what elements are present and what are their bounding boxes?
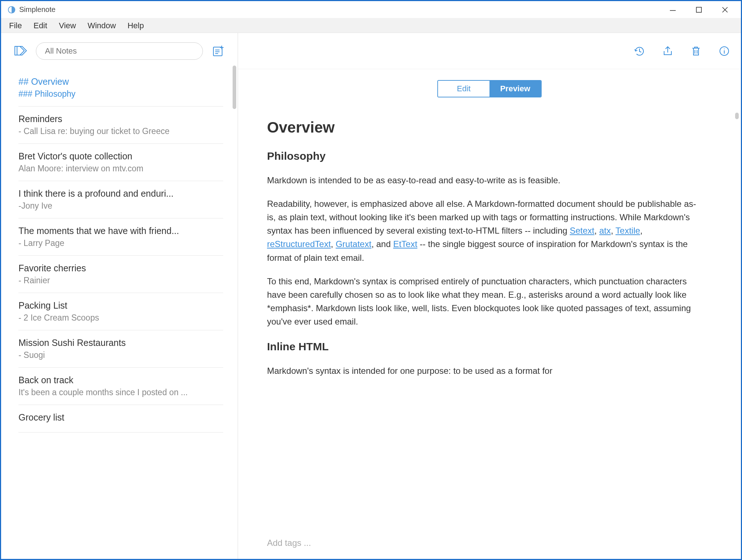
- note-list-item[interactable]: The moments that we have with friend...-…: [18, 218, 223, 256]
- content-h2: Overview: [267, 116, 697, 139]
- note-list-item[interactable]: Grocery list: [18, 405, 223, 432]
- note-title: Grocery list: [18, 412, 223, 423]
- history-button[interactable]: [632, 44, 647, 58]
- link-atx[interactable]: atx: [599, 226, 611, 235]
- content-paragraph: To this end, Markdown's syntax is compri…: [267, 275, 697, 329]
- editor-toolbar: [238, 33, 741, 69]
- menu-file[interactable]: File: [4, 19, 27, 33]
- menu-edit[interactable]: Edit: [28, 19, 52, 33]
- note-title: Back on track: [18, 375, 223, 385]
- note-list-item[interactable]: Mission Sushi Restaurants- Suogi: [18, 330, 223, 368]
- note-list-item[interactable]: I think there is a profound and enduri..…: [18, 181, 223, 218]
- link-textile[interactable]: Textile: [616, 226, 640, 235]
- app-title: Simplenote: [19, 5, 55, 14]
- search-input[interactable]: [36, 42, 203, 60]
- sidebar-scrollbar-thumb[interactable]: [233, 66, 236, 109]
- content-h3-inline-html: Inline HTML: [267, 338, 697, 355]
- menu-view[interactable]: View: [54, 19, 81, 33]
- note-title: Reminders: [18, 114, 223, 124]
- note-title: ## Overview: [18, 76, 223, 87]
- note-preview: -Jony Ive: [18, 201, 223, 211]
- note-title: Bret Victor's quote collection: [18, 151, 223, 162]
- note-preview: - 2 Ice Cream Scoops: [18, 313, 223, 323]
- mode-preview-button[interactable]: Preview: [489, 81, 541, 97]
- new-note-button[interactable]: [210, 43, 226, 59]
- editor-pane: Edit Preview Overview Philosophy Markdow…: [238, 33, 741, 559]
- tags-button[interactable]: [13, 43, 29, 59]
- note-title: Mission Sushi Restaurants: [18, 338, 223, 348]
- note-title: Favorite cherries: [18, 263, 223, 273]
- note-list-item[interactable]: Bret Victor's quote collectionAlan Moore…: [18, 144, 223, 181]
- svg-point-16: [724, 49, 725, 49]
- note-title: I think there is a profound and enduri..…: [18, 188, 223, 199]
- note-preview: ### Philosophy: [18, 89, 223, 99]
- share-button[interactable]: [660, 44, 675, 58]
- note-preview: - Call Lisa re: buying our ticket to Gre…: [18, 126, 223, 136]
- sidebar: ## Overview### PhilosophyReminders- Call…: [1, 33, 238, 559]
- content-paragraph: Readability, however, is emphasized abov…: [267, 197, 697, 264]
- main-area: ## Overview### PhilosophyReminders- Call…: [1, 33, 741, 559]
- note-preview: Alan Moore: interview on mtv.com: [18, 164, 223, 174]
- window-close-button[interactable]: [712, 1, 738, 18]
- mode-toggle: Edit Preview: [437, 80, 542, 97]
- window-maximize-button[interactable]: [686, 1, 712, 18]
- app-logo-icon: [8, 6, 16, 14]
- notes-list[interactable]: ## Overview### PhilosophyReminders- Call…: [1, 69, 238, 559]
- note-preview: - Larry Page: [18, 238, 223, 248]
- editor-scrollbar-thumb[interactable]: [735, 113, 739, 119]
- tags-input[interactable]: Add tags ...: [238, 531, 741, 559]
- menubar: File Edit View Window Help: [1, 18, 741, 33]
- content-paragraph: Markdown's syntax is intended for one pu…: [267, 364, 697, 377]
- note-preview: It's been a couple months since I posted…: [18, 388, 223, 397]
- content-h3-philosophy: Philosophy: [267, 148, 697, 165]
- menu-window[interactable]: Window: [83, 19, 121, 33]
- titlebar: Simplenote: [1, 1, 741, 18]
- note-preview: - Suogi: [18, 350, 223, 360]
- svg-rect-2: [696, 7, 701, 12]
- note-list-item[interactable]: Favorite cherries- Rainier: [18, 256, 223, 293]
- note-title: Packing List: [18, 300, 223, 311]
- note-list-item[interactable]: Back on trackIt's been a couple months s…: [18, 368, 223, 405]
- info-button[interactable]: [717, 44, 731, 58]
- sidebar-toolbar: [1, 33, 238, 69]
- mode-edit-button[interactable]: Edit: [438, 81, 489, 97]
- content-paragraph: Markdown is intended to be as easy-to-re…: [267, 174, 697, 187]
- link-ettext[interactable]: EtText: [393, 239, 417, 249]
- trash-button[interactable]: [689, 44, 703, 58]
- link-restructuredtext[interactable]: reStructuredText: [267, 239, 331, 249]
- note-list-item[interactable]: ## Overview### Philosophy: [18, 69, 223, 106]
- link-grutatext[interactable]: Grutatext: [335, 239, 371, 249]
- menu-help[interactable]: Help: [122, 19, 149, 33]
- link-setext[interactable]: Setext: [570, 226, 595, 235]
- note-list-item[interactable]: Packing List- 2 Ice Cream Scoops: [18, 293, 223, 330]
- window-minimize-button[interactable]: [660, 1, 686, 18]
- note-title: The moments that we have with friend...: [18, 226, 223, 236]
- note-preview: - Rainier: [18, 276, 223, 285]
- note-content: Overview Philosophy Markdown is intended…: [238, 105, 741, 531]
- note-list-item[interactable]: Reminders- Call Lisa re: buying our tick…: [18, 106, 223, 144]
